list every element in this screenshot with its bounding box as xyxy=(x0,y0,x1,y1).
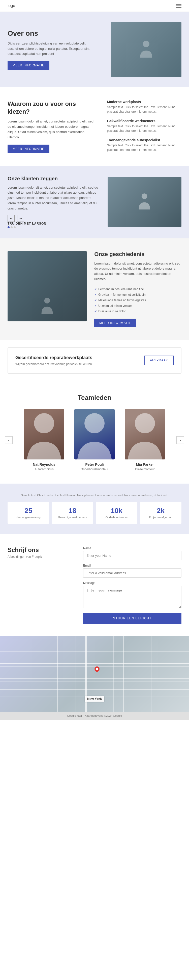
team-prev-button[interactable]: ‹ xyxy=(5,436,13,444)
feature-werknemers-title: Gekwalificeerde werknemers xyxy=(107,119,181,123)
message-input[interactable] xyxy=(83,586,181,608)
quote-author: TRUIDEN MET LARSON xyxy=(8,222,100,225)
nat-role: Autotechnicus xyxy=(21,468,67,471)
footer-text: Google kaar - Kaartgegevens ©2024 Google xyxy=(67,714,122,717)
check-item-1: Fermentum posuere urna nec tinc xyxy=(94,286,181,292)
map-grid-h3 xyxy=(0,681,189,682)
stat-onderhoud-number: 10k xyxy=(98,507,135,515)
stat-ervaring: 25 Jaarlangse ervaring xyxy=(8,502,49,524)
peter-role: Onderhoudsmonteur xyxy=(72,468,117,471)
over-ons-section: Over ons Dit is een zeer plichtsbetuigin… xyxy=(0,12,189,87)
quote-dots xyxy=(8,226,100,228)
mia-role: Dieselmonteur xyxy=(122,468,168,471)
email-input[interactable] xyxy=(83,568,181,578)
mia-person-icon xyxy=(125,409,165,460)
peter-name: Peter Pouli xyxy=(72,463,117,466)
geschiedenis-text: Onze geschiedenis Lorem ipsum dolor sit … xyxy=(94,251,181,327)
geschiedenis-body: Lorem ipsum dolor sit amet, consectetur … xyxy=(94,261,181,282)
message-label: Message xyxy=(83,581,181,585)
check-item-4: Ut enim ad minim veniam xyxy=(94,303,181,309)
stats-grid: 25 Jaarlangse ervaring 18 Geaardige werk… xyxy=(8,502,181,524)
map-road-h2 xyxy=(0,678,189,679)
quote-nav: ← → xyxy=(8,215,100,222)
stat-werknemers-number: 18 xyxy=(54,507,91,515)
map-road-v3 xyxy=(57,636,58,712)
team-next-button[interactable]: › xyxy=(176,436,184,444)
feature-werkplaats-body: Sample text. Click to select the Text El… xyxy=(107,105,181,114)
team-heading: Teamleden xyxy=(8,394,181,402)
peter-person-icon xyxy=(74,409,115,460)
klanten-image xyxy=(107,177,181,227)
waarom-body: Lorem ipsum dolor sit amet, consectetur … xyxy=(8,119,97,140)
logo: logo xyxy=(8,3,15,8)
person-icon xyxy=(136,40,156,60)
name-label: Name xyxy=(83,546,181,550)
feature-specialist-title: Toonaangevende autospecialist xyxy=(107,138,181,142)
waarom-section: Waarom zou u voor ons kiezen? Lorem ipsu… xyxy=(0,87,189,166)
svg-point-1 xyxy=(142,193,147,199)
name-input[interactable] xyxy=(83,551,181,560)
dot-1 xyxy=(8,226,10,228)
contact-form: Name Email Message STUUR EEN BERICHT xyxy=(83,546,181,624)
feature-specialist-body: Sample text. Click to select the Text El… xyxy=(107,143,181,152)
contact-left: Schrijf ons Afbeeldingen van Freepik xyxy=(8,546,73,624)
contact-section: Schrijf ons Afbeeldingen van Freepik Nam… xyxy=(0,534,189,636)
map-road-h3 xyxy=(0,689,189,690)
waarom-left: Waarom zou u voor ons kiezen? Lorem ipsu… xyxy=(8,100,97,153)
stats-note: Sample text. Click to select the Text El… xyxy=(8,494,181,497)
stat-werknemers: 18 Geaardige werknemers xyxy=(52,502,93,524)
stat-projecten-number: 2k xyxy=(143,507,179,515)
afspraak-button[interactable]: AFSPRAAK xyxy=(144,356,174,365)
mia-photo xyxy=(125,409,165,460)
map-road-h1 xyxy=(0,663,189,664)
footer-note: Google kaar - Kaartgegevens ©2024 Google xyxy=(0,712,189,720)
email-group: Email xyxy=(83,564,181,578)
submit-button[interactable]: STUUR EEN BERICHT xyxy=(83,613,181,624)
map-section: New York xyxy=(0,636,189,712)
over-ons-body: Dit is een zeer plichtsbetuiging van een… xyxy=(8,41,92,57)
nat-photo xyxy=(24,409,64,460)
svg-point-0 xyxy=(143,41,149,47)
geschiedenis-image xyxy=(8,251,86,321)
feature-werkplaats-title: Moderne werkplaats xyxy=(107,100,181,104)
team-grid: ‹ Nat Reynolds Autotechnicus Peter Pouli… xyxy=(8,409,181,471)
over-ons-heading: Over ons xyxy=(8,29,92,37)
team-member-nat: Nat Reynolds Autotechnicus xyxy=(21,409,67,471)
email-label: Email xyxy=(83,564,181,567)
hamburger-line xyxy=(176,6,181,6)
check-item-2: Gravida in fermentum et sollicitudin xyxy=(94,292,181,298)
team-member-peter: Peter Pouli Onderhoudsmonteur xyxy=(72,409,117,471)
map-grid-h1 xyxy=(0,651,189,652)
hamburger-line xyxy=(176,4,181,5)
geschiedenis-button[interactable]: MEER INFORMATIE xyxy=(94,319,136,327)
waarom-button[interactable]: MEER INFORMATIE xyxy=(8,145,50,153)
over-ons-image xyxy=(97,22,181,77)
message-group: Message xyxy=(83,581,181,609)
klanten-section: Onze klanten zeggen Lorem ipsum dolor si… xyxy=(0,166,189,239)
feature-werknemers-body: Sample text. Click to select the Text El… xyxy=(107,124,181,133)
navbar: logo xyxy=(0,0,189,12)
feature-werknemers: Gekwalificeerde werknemers Sample text. … xyxy=(107,119,181,133)
check-item-3: Malesuada fames ac turpis egestas xyxy=(94,298,181,303)
svg-point-5 xyxy=(135,413,155,433)
svg-point-2 xyxy=(44,298,50,304)
geschiedenis-section: Onze geschiedenis Lorem ipsum dolor sit … xyxy=(0,239,189,340)
dot-2 xyxy=(11,226,13,228)
contact-subtext: Afbeeldingen van Freepik xyxy=(8,555,73,558)
svg-point-3 xyxy=(34,413,54,433)
team-member-mia: Mia Parker Dieselmonteur xyxy=(122,409,168,471)
quote-next-button[interactable]: → xyxy=(17,215,24,222)
mia-name: Mia Parker xyxy=(122,463,168,466)
stats-section: Sample text. Click to select the Text El… xyxy=(0,484,189,534)
stat-projecten-label: Projecten afgerond xyxy=(143,516,179,519)
gecertificeerd-heading: Gecertificeerde reparatiewerkplaats xyxy=(15,355,92,360)
gecertificeerd-text: Gecertificeerde reparatiewerkplaats Wij … xyxy=(15,355,92,366)
over-ons-button[interactable]: MEER INFORMATIE xyxy=(8,61,50,70)
name-group: Name xyxy=(83,546,181,560)
map-grid-v1 xyxy=(38,636,38,712)
contact-heading: Schrijf ons xyxy=(8,546,73,554)
quote-prev-button[interactable]: ← xyxy=(8,215,14,222)
hamburger-menu[interactable] xyxy=(176,4,181,8)
klanten-heading: Onze klanten zeggen xyxy=(8,176,100,181)
stat-ervaring-number: 25 xyxy=(10,507,46,515)
